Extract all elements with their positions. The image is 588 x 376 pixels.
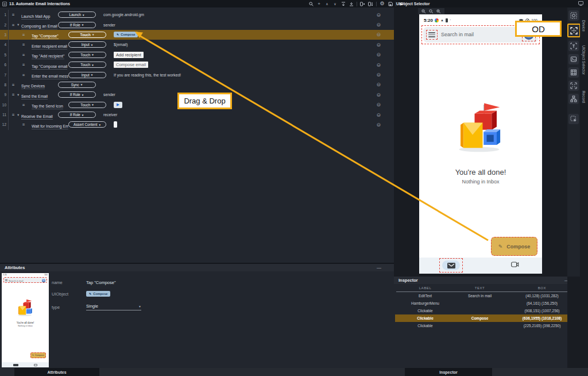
tab-inspector[interactable]: Inspector [405,368,492,376]
collapse-caret-icon[interactable]: ▼ [17,93,21,97]
step-row-2[interactable]: 2 =▼ Composing an Email If Role▼ sender … [0,20,394,29]
remove-step-icon[interactable]: ⊖ [376,72,381,78]
step-name[interactable]: Tap "Add recipient" [32,54,64,59]
step-name[interactable]: Send the Email [21,94,48,99]
remove-step-icon[interactable]: ⊖ [376,92,381,97]
action-dropdown[interactable]: If Role▼ [58,91,96,98]
step-name[interactable]: Enter recipient email [32,44,67,49]
drag-handle-icon[interactable]: = [22,43,27,47]
remove-step-icon[interactable]: ⊖ [376,102,381,108]
drag-handle-icon[interactable]: = [12,23,17,27]
object-detection-icon[interactable] [567,24,581,37]
text-select-icon[interactable] [568,41,579,51]
drag-handle-icon[interactable]: = [12,113,17,117]
collapse-all-icon[interactable] [341,1,346,6]
search-in-mail-text[interactable]: Search in mail [441,32,474,37]
move-down-icon[interactable]: ∨ [332,1,338,6]
action-dropdown[interactable]: Input▼ [68,72,106,78]
action-dropdown[interactable]: Assert Content▼ [68,121,106,128]
remove-step-icon[interactable]: ⊖ [376,32,381,37]
meet-tab[interactable] [511,262,519,267]
zoom-out-icon[interactable] [421,9,426,14]
add-step-icon[interactable]: + [316,1,322,6]
action-dropdown[interactable]: Sync▼ [58,82,96,88]
step-row-1[interactable]: 1 = Launch Mail App Launch▼ com.google.a… [0,10,394,20]
grid-select-icon[interactable] [568,67,579,78]
remove-step-icon[interactable]: ⊖ [376,62,381,67]
device-sync-icon[interactable] [368,1,373,6]
collapse-caret-icon[interactable]: ▼ [17,23,21,26]
remove-step-icon[interactable]: ⊖ [376,12,381,17]
remove-step-icon[interactable]: ⊖ [376,122,381,127]
inspector-row-4-selected[interactable]: Clickable Compose (636,1955) (1016,2108) [395,314,580,322]
step-name[interactable]: Sync Devices [21,84,45,89]
name-field-value[interactable]: Tap "Compose" [86,280,116,285]
step-row-7[interactable]: 7 = Enter the email mess Input▼ If you a… [0,70,394,79]
action-dropdown[interactable]: Touch▼ [68,62,106,68]
step-value[interactable]: sender [103,93,115,97]
drag-handle-icon[interactable]: = [22,103,27,107]
step-row-5[interactable]: 5 = Tap "Add recipient" Touch▼ Add recip… [0,50,394,60]
tab-uiobject-selector[interactable]: UIObject Selector [582,45,586,75]
action-dropdown[interactable]: Touch▼ [68,52,106,58]
step-value[interactable]: com.google.android.gm [103,13,144,17]
collapse-caret-icon[interactable]: ▼ [17,113,21,117]
step-value[interactable]: receiver [103,113,117,117]
type-select[interactable]: Single ▼ [86,304,141,310]
step-name[interactable]: Tap "Compose" [32,34,59,39]
uiobject-chip[interactable]: ✎Compose [86,291,110,297]
drag-handle-icon[interactable]: = [12,93,17,97]
mail-tab[interactable] [442,260,460,270]
device-screen[interactable]: 5:20 ▲ · 100 Search in mail [419,14,542,274]
remove-step-icon[interactable]: ⊖ [376,42,381,47]
drag-handle-icon[interactable]: = [12,83,17,87]
action-dropdown[interactable]: Touch▼ [68,32,106,38]
inspector-row-3[interactable]: Clickable (908,151) (1007,256) [395,307,580,314]
zoom-in-icon[interactable] [436,9,441,14]
tab-record[interactable]: Record [582,91,586,103]
drag-handle-icon[interactable]: = [22,73,27,77]
inspector-row-5[interactable]: Clickable (225,2165) (398,2250) [395,322,580,329]
search-icon[interactable] [308,1,314,6]
drag-handle-icon[interactable]: = [12,13,17,17]
device-remove-icon[interactable] [360,1,365,6]
step-row-12[interactable]: 12 = Wait for Incoming Em Assert Content… [0,120,394,129]
image-select-icon[interactable] [568,54,579,64]
drag-handle-icon[interactable]: = [22,122,27,126]
step-row-3-selected[interactable]: 3 = Tap "Compose" Touch▼ ✎Compose ⊖ [0,30,394,40]
lasso-select-icon[interactable] [568,114,579,124]
popout-window-icon[interactable] [578,1,583,6]
step-name[interactable]: Launch Mail App [21,14,50,20]
drag-handle-icon[interactable]: = [22,53,27,57]
step-name[interactable]: Enter the email mess [32,74,68,79]
remove-step-icon[interactable]: ⊖ [376,82,381,87]
remove-step-icon[interactable]: ⊖ [376,52,381,57]
step-name[interactable]: Receive the Email [21,114,53,120]
step-row-6[interactable]: 6 = Tap "Compose email Touch▼ Compose em… [0,60,394,70]
step-row-8[interactable]: 8 = Sync Devices Sync▼ ⊖ [0,80,394,90]
remove-step-icon[interactable]: ⊖ [376,112,381,117]
tab-device[interactable]: Device [582,20,586,32]
action-dropdown[interactable]: Input▼ [68,41,106,48]
action-dropdown[interactable]: Touch▼ [68,102,106,108]
step-name[interactable]: Tap "Compose email [32,64,67,70]
action-dropdown[interactable]: Launch▼ [58,11,96,18]
compose-button[interactable]: ✎ Compose [491,237,537,256]
settings-gear-icon[interactable]: ⚙ [380,1,385,6]
tab-attributes[interactable]: Attributes [14,368,99,376]
inspector-row-1[interactable]: EditText Search in mail (40,128) (1031,2… [395,292,580,300]
inspector-row-2[interactable]: HamburgerMenu (64,161) (156,250) [395,300,580,307]
expand-select-icon[interactable] [568,80,579,91]
step-value[interactable]: If you are reading this, the test worked… [114,73,181,77]
expand-all-icon[interactable] [349,1,354,6]
step-value[interactable]: sender [103,23,115,27]
step-row-4[interactable]: 4 = Enter recipient email Input▼ $(email… [0,40,394,49]
value-chip[interactable]: Compose email [114,62,148,68]
screenshot-chip[interactable] [114,121,117,128]
hamburger-menu-icon[interactable] [428,32,435,37]
value-chip[interactable]: Add recipient [114,52,144,58]
step-value[interactable]: $(email) [114,43,128,47]
action-dropdown[interactable]: If Role▼ [58,112,96,118]
save-icon[interactable] [388,1,393,6]
step-row-11[interactable]: 11 =▼ Receive the Email If Role▼ receive… [0,110,394,120]
